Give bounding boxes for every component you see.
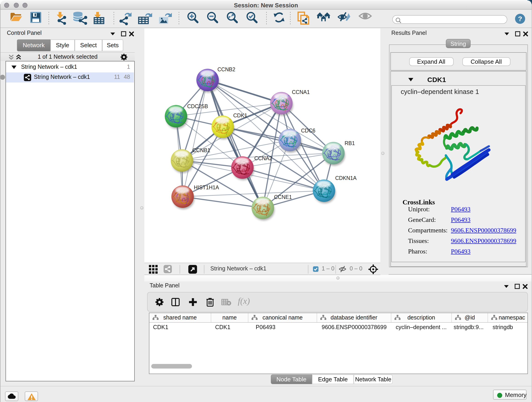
- svg-text:CCNB2: CCNB2: [217, 66, 235, 72]
- svg-text:HIST1H1A: HIST1H1A: [194, 185, 219, 191]
- svg-text:CCNA1: CCNA1: [292, 89, 310, 95]
- svg-text:CCNE1: CCNE1: [274, 194, 292, 200]
- svg-text:RB1: RB1: [345, 140, 355, 146]
- svg-text:CCNB1: CCNB1: [192, 147, 210, 153]
- svg-text:CDKN1A: CDKN1A: [335, 175, 357, 181]
- svg-text:CDC25B: CDC25B: [187, 103, 208, 109]
- svg-text:CDK1: CDK1: [233, 113, 247, 119]
- svg-text:CDC6: CDC6: [301, 128, 316, 134]
- svg-text:CCNA2: CCNA2: [254, 155, 272, 161]
